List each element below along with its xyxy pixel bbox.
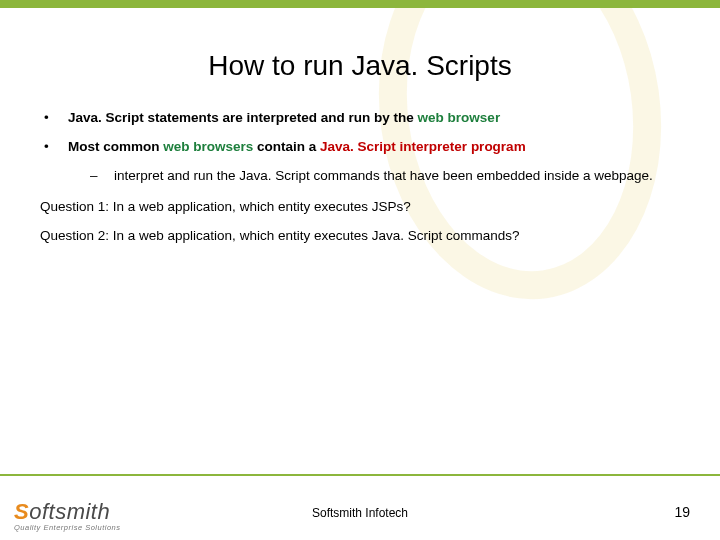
top-accent-bar	[0, 0, 720, 8]
bullet-text: Most common web browsers contain a Java.…	[68, 139, 680, 154]
question-text: Question 1: In a web application, which …	[40, 199, 680, 214]
slide-footer: Softsmith Quality Enterprise Solutions S…	[0, 470, 720, 540]
text-fragment: contain a	[253, 139, 320, 154]
bullet-marker: •	[40, 110, 68, 125]
sub-bullet-text: interpret and run the Java. Script comma…	[114, 168, 653, 183]
text-fragment: Most common	[68, 139, 163, 154]
sub-bullet-item: – interpret and run the Java. Script com…	[90, 168, 680, 183]
sub-bullet-marker: –	[90, 168, 114, 183]
bullet-text: Java. Script statements are interpreted …	[68, 110, 680, 125]
highlight-red: Java. Script interpreter program	[320, 139, 526, 154]
slide-title: How to run Java. Scripts	[40, 50, 680, 82]
logo-tagline: Quality Enterprise Solutions	[14, 523, 121, 532]
bullet-item: • Most common web browsers contain a Jav…	[40, 139, 680, 154]
text-fragment: Java. Script statements are interpreted …	[68, 110, 418, 125]
question-text: Question 2: In a web application, which …	[40, 228, 680, 243]
slide-content: How to run Java. Scripts • Java. Script …	[0, 0, 720, 243]
footer-label: Softsmith Infotech	[0, 506, 720, 520]
footer-accent-line	[0, 474, 720, 476]
bullet-item: • Java. Script statements are interprete…	[40, 110, 680, 125]
page-number: 19	[674, 504, 690, 520]
highlight-green: web browser	[418, 110, 501, 125]
highlight-green: web browsers	[163, 139, 253, 154]
bullet-marker: •	[40, 139, 68, 154]
